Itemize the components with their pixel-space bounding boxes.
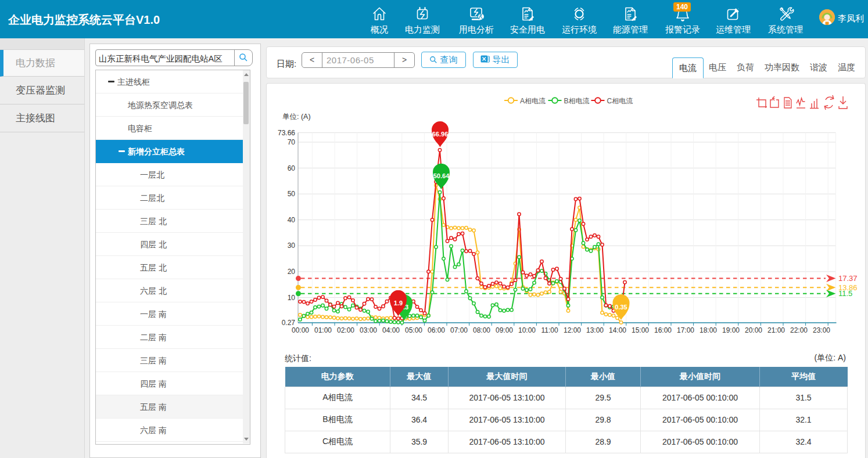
svg-text:10: 10 — [288, 294, 296, 302]
svg-text:30: 30 — [288, 241, 296, 250]
svg-text:09:00: 09:00 — [496, 326, 513, 334]
svg-text:11:00: 11:00 — [541, 326, 558, 334]
svg-text:50.64: 50.64 — [433, 172, 450, 179]
svg-text:40: 40 — [288, 216, 296, 224]
svg-text:12:00: 12:00 — [564, 326, 581, 334]
svg-text:00:00: 00:00 — [292, 326, 309, 334]
svg-text:18:00: 18:00 — [700, 326, 717, 334]
svg-text:单位: (A): 单位: (A) — [282, 113, 311, 121]
svg-text:73.66: 73.66 — [278, 129, 295, 137]
svg-text:11.5: 11.5 — [838, 289, 852, 298]
svg-text:04:00: 04:00 — [382, 326, 400, 334]
svg-text:13:00: 13:00 — [586, 326, 604, 334]
svg-text:15:00: 15:00 — [632, 326, 649, 334]
svg-text:1.9: 1.9 — [394, 300, 403, 306]
svg-text:20: 20 — [288, 268, 296, 276]
svg-text:17.37: 17.37 — [838, 274, 858, 283]
svg-text:02:00: 02:00 — [337, 326, 354, 334]
svg-text:A相电流: A相电流 — [520, 97, 546, 105]
svg-text:16:00: 16:00 — [654, 326, 672, 334]
svg-text:70: 70 — [288, 138, 296, 146]
svg-text:01:00: 01:00 — [314, 326, 332, 334]
svg-text:17:00: 17:00 — [677, 326, 694, 334]
svg-text:0.27: 0.27 — [282, 319, 296, 327]
svg-text:06:00: 06:00 — [428, 326, 445, 334]
svg-text:07:00: 07:00 — [450, 326, 468, 334]
svg-text:C相电流: C相电流 — [607, 97, 633, 105]
svg-text:60: 60 — [288, 164, 296, 172]
svg-text:14:00: 14:00 — [609, 326, 626, 334]
svg-text:21:00: 21:00 — [767, 326, 785, 334]
svg-text:10:00: 10:00 — [518, 326, 536, 334]
svg-text:50: 50 — [288, 190, 296, 198]
svg-text:03:00: 03:00 — [360, 326, 377, 334]
svg-text:B相电流: B相电流 — [564, 97, 590, 105]
svg-text:08:00: 08:00 — [473, 326, 490, 334]
svg-text:20:00: 20:00 — [745, 326, 762, 334]
svg-text:0.35: 0.35 — [615, 304, 627, 311]
svg-text:19:00: 19:00 — [722, 326, 740, 334]
svg-text:22:00: 22:00 — [790, 326, 808, 334]
svg-text:66.96: 66.96 — [432, 131, 449, 138]
svg-text:05:00: 05:00 — [405, 326, 422, 334]
svg-text:23:00: 23:00 — [813, 326, 830, 334]
